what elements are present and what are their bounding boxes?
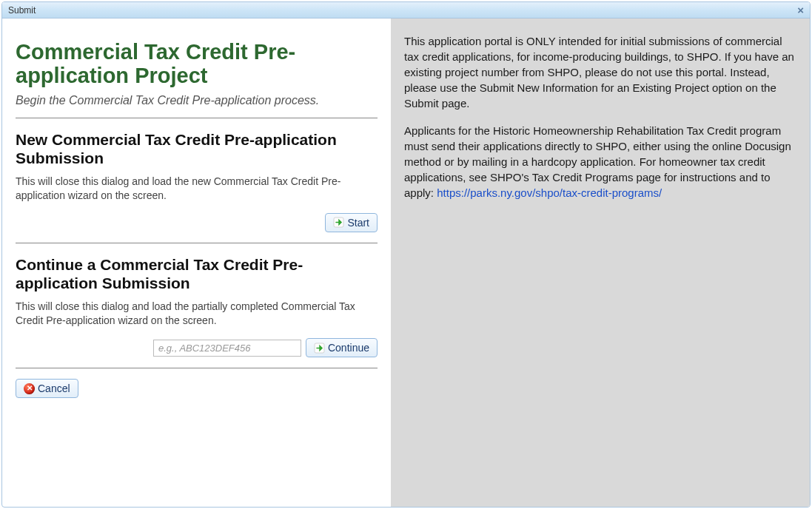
tax-credit-programs-link[interactable]: https://parks.ny.gov/shpo/tax-credit-pro… bbox=[437, 186, 662, 199]
info-paragraph-2: Applicants for the Historic Homeownershi… bbox=[404, 123, 796, 200]
continue-submission-heading: Continue a Commercial Tax Credit Pre-app… bbox=[16, 255, 378, 292]
footer-actions: ✕ Cancel bbox=[16, 379, 378, 398]
page-title: Commercial Tax Credit Pre-application Pr… bbox=[16, 41, 378, 88]
new-submission-actions: Start bbox=[16, 213, 378, 232]
continue-button[interactable]: Continue bbox=[306, 338, 378, 357]
titlebar: Submit × bbox=[2, 2, 810, 18]
arrow-right-icon bbox=[314, 343, 325, 354]
divider bbox=[16, 118, 378, 118]
continue-submission-actions: Continue bbox=[16, 338, 378, 357]
new-submission-heading: New Commercial Tax Credit Pre-applicatio… bbox=[16, 130, 378, 167]
project-code-input[interactable] bbox=[153, 340, 301, 357]
info-pane: This application portal is ONLY intended… bbox=[391, 18, 810, 507]
divider bbox=[16, 368, 378, 368]
continue-button-label: Continue bbox=[328, 342, 369, 354]
start-button[interactable]: Start bbox=[325, 213, 378, 232]
info-paragraph-1: This application portal is ONLY intended… bbox=[404, 33, 796, 111]
new-submission-desc: This will close this dialog and load the… bbox=[16, 175, 378, 203]
page-subtitle: Begin the Commercial Tax Credit Pre-appl… bbox=[16, 94, 378, 107]
cancel-button-label: Cancel bbox=[38, 382, 70, 394]
continue-submission-desc: This will close this dialog and load the… bbox=[16, 300, 378, 328]
start-button-label: Start bbox=[347, 217, 369, 229]
cancel-icon: ✕ bbox=[24, 383, 35, 394]
dialog-title: Submit bbox=[8, 5, 36, 16]
submit-dialog: Submit × Commercial Tax Credit Pre-appli… bbox=[1, 1, 811, 508]
divider bbox=[16, 243, 378, 243]
left-pane: Commercial Tax Credit Pre-application Pr… bbox=[2, 18, 391, 507]
cancel-button[interactable]: ✕ Cancel bbox=[16, 379, 78, 398]
close-icon[interactable]: × bbox=[794, 4, 807, 16]
content-wrap: Commercial Tax Credit Pre-application Pr… bbox=[2, 18, 810, 507]
arrow-right-icon bbox=[333, 217, 344, 228]
